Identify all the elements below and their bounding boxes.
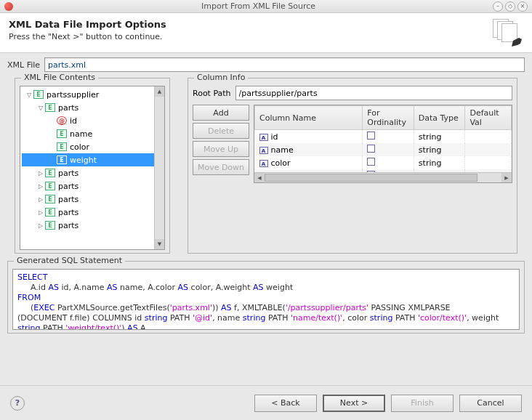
cell-name: name bbox=[271, 145, 294, 155]
xml-file-label: XML File bbox=[7, 60, 40, 70]
sql-text: SELECT A.id AS id, A.name AS name, A.col… bbox=[12, 269, 520, 330]
tree-item-label: name bbox=[70, 129, 92, 139]
tree-twisty-icon[interactable]: ▽ bbox=[36, 105, 45, 111]
element-icon: E bbox=[45, 208, 55, 217]
col-dtype-header[interactable]: Data Type bbox=[414, 106, 465, 130]
column-info-legend: Column Info bbox=[194, 73, 248, 82]
page-title: XML Data File Import Options bbox=[9, 19, 493, 30]
tree-item[interactable]: ▷Eparts bbox=[22, 193, 164, 206]
wizard-footer: ? < Back Next > Finish Cancel bbox=[0, 385, 532, 420]
element-icon: E bbox=[57, 129, 67, 138]
window-title: Import From XML File Source bbox=[26, 1, 491, 11]
tree-item-label: parts bbox=[58, 195, 78, 204]
element-icon: E bbox=[45, 169, 55, 177]
root-path-input[interactable] bbox=[235, 86, 512, 100]
tree-group: XML File Contents ▽Epartssupplier▽Eparts… bbox=[15, 78, 170, 254]
element-icon: E bbox=[57, 156, 67, 164]
app-icon bbox=[4, 2, 13, 11]
delete-button: Delete bbox=[193, 123, 249, 139]
scroll-right-icon[interactable]: ▶ bbox=[501, 173, 512, 182]
col-ord-header[interactable]: For Ordinality bbox=[363, 106, 414, 130]
element-icon: E bbox=[33, 90, 44, 99]
tree-item-label: color bbox=[70, 142, 89, 152]
element-icon: E bbox=[45, 182, 55, 190]
ordinality-checkbox[interactable] bbox=[367, 145, 375, 153]
tree-twisty-icon[interactable]: ▷ bbox=[36, 209, 45, 216]
maximize-button[interactable]: ◇ bbox=[505, 1, 515, 12]
tree-item-label: parts bbox=[58, 169, 78, 178]
finish-button: Finish bbox=[391, 395, 454, 412]
tree-item[interactable]: ▷Eparts bbox=[22, 206, 164, 219]
element-icon: E bbox=[45, 103, 55, 112]
tree-twisty-icon[interactable]: ▷ bbox=[36, 222, 45, 229]
cell-dtype: string bbox=[414, 130, 465, 144]
tree-legend: XML File Contents bbox=[21, 73, 98, 82]
attribute-icon: @ bbox=[57, 116, 67, 125]
table-row[interactable]: Acolorstring bbox=[255, 156, 512, 169]
tree-item[interactable]: Eweight bbox=[22, 153, 164, 166]
column-icon: A bbox=[259, 134, 268, 141]
column-info-group: Column Info Root Path Add Delete Move Up… bbox=[188, 78, 517, 254]
tree-item[interactable]: ▷Eparts bbox=[22, 179, 164, 193]
wizard-header: XML Data File Import Options Press the "… bbox=[0, 13, 532, 53]
ordinality-checkbox[interactable] bbox=[367, 132, 375, 140]
tree-item-label: partssupplier bbox=[47, 90, 99, 100]
cell-defval bbox=[465, 130, 512, 144]
ordinality-checkbox[interactable] bbox=[367, 158, 375, 166]
table-row[interactable]: Anamestring bbox=[255, 143, 512, 156]
cell-dtype: string bbox=[414, 156, 465, 169]
close-button[interactable]: × bbox=[517, 1, 528, 12]
sql-legend: Generated SQL Statement bbox=[14, 256, 125, 265]
cell-name: id bbox=[271, 132, 278, 142]
scroll-left-icon[interactable]: ◀ bbox=[254, 173, 265, 182]
help-button[interactable]: ? bbox=[10, 396, 25, 411]
tree-item-label: parts bbox=[58, 103, 78, 113]
column-icon: A bbox=[259, 147, 268, 154]
element-icon: E bbox=[45, 195, 55, 203]
element-icon: E bbox=[45, 221, 55, 230]
tree-scrollbar[interactable]: ▲ ▼ bbox=[154, 86, 164, 249]
tree-twisty-icon[interactable]: ▷ bbox=[36, 170, 45, 177]
cell-name: color bbox=[271, 158, 291, 168]
back-button[interactable]: < Back bbox=[254, 395, 317, 412]
tree-item-label: parts bbox=[58, 208, 78, 217]
tree-item[interactable]: Ename bbox=[22, 127, 164, 140]
wizard-logo bbox=[493, 19, 523, 47]
add-button[interactable]: Add bbox=[193, 105, 249, 121]
col-defval-header[interactable]: Default Val bbox=[465, 106, 512, 130]
tree-twisty-icon[interactable]: ▷ bbox=[36, 196, 45, 203]
columns-table: Column Name For Ordinality Data Type Def… bbox=[254, 105, 512, 183]
move-down-button: Move Down bbox=[193, 159, 249, 175]
tree-item-label: weight bbox=[70, 156, 97, 165]
tree-item[interactable]: ▽Epartssupplier bbox=[22, 88, 164, 101]
column-icon: A bbox=[259, 160, 268, 167]
tree-item[interactable]: ▽Eparts bbox=[22, 101, 164, 114]
element-icon: E bbox=[57, 142, 67, 151]
tree-container: ▽Epartssupplier▽Eparts@idEnameEcolorEwei… bbox=[20, 86, 165, 250]
sql-group: Generated SQL Statement SELECT A.id AS i… bbox=[7, 261, 525, 334]
page-subtitle: Press the "Next >" button to continue. bbox=[9, 32, 493, 41]
root-path-label: Root Path bbox=[193, 89, 231, 98]
next-button[interactable]: Next > bbox=[323, 395, 385, 412]
tree-twisty-icon[interactable]: ▽ bbox=[25, 92, 33, 98]
xml-file-input[interactable] bbox=[44, 57, 525, 72]
table-row[interactable]: Aidstring bbox=[255, 130, 512, 144]
move-up-button: Move Up bbox=[193, 141, 249, 157]
tree-item-label: parts bbox=[58, 182, 78, 191]
cell-defval bbox=[465, 156, 512, 169]
cancel-button[interactable]: Cancel bbox=[459, 395, 522, 412]
titlebar: Import From XML File Source – ◇ × bbox=[0, 0, 532, 13]
cell-defval bbox=[465, 143, 512, 156]
tree-item-label: parts bbox=[58, 221, 78, 230]
scroll-down-icon[interactable]: ▼ bbox=[155, 239, 164, 249]
scroll-up-icon[interactable]: ▲ bbox=[155, 86, 164, 97]
tree-item[interactable]: @id bbox=[22, 114, 164, 127]
col-name-header[interactable]: Column Name bbox=[255, 106, 363, 130]
tree-item[interactable]: ▷Eparts bbox=[22, 166, 164, 179]
table-hscrollbar[interactable]: ◀ ▶ bbox=[254, 172, 512, 182]
tree-twisty-icon[interactable]: ▷ bbox=[36, 183, 45, 190]
tree-item[interactable]: ▷Eparts bbox=[22, 219, 164, 232]
tree-item[interactable]: Ecolor bbox=[22, 140, 164, 153]
tree-item-label: id bbox=[70, 116, 77, 126]
minimize-button[interactable]: – bbox=[493, 1, 503, 12]
